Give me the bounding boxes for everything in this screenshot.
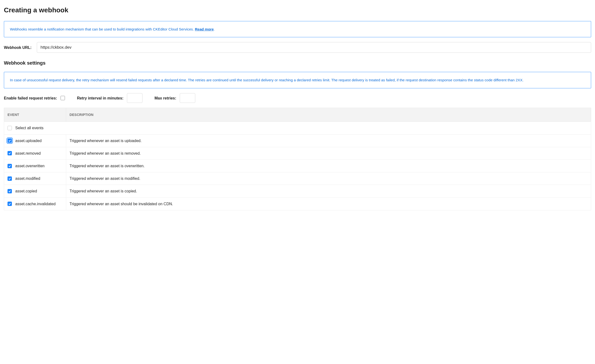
read-more-link[interactable]: Read more — [195, 27, 214, 31]
event-description: Triggered whenever an asset is removed. — [66, 147, 591, 159]
select-all-label: Select all events — [15, 125, 44, 131]
table-row: asset.uploadedTriggered whenever an asse… — [4, 134, 591, 147]
webhook-url-row: Webhook URL: — [4, 42, 591, 53]
max-retries-label: Max retries: — [155, 95, 176, 101]
intro-suffix: . — [214, 27, 215, 31]
event-name: asset.copied — [15, 188, 37, 194]
event-name: asset.cache.invalidated — [15, 201, 55, 207]
event-description: Triggered whenever an asset is modified. — [66, 172, 591, 185]
enable-retries-checkbox[interactable] — [61, 96, 65, 100]
table-row: asset.removedTriggered whenever an asset… — [4, 147, 591, 159]
max-retries-input[interactable] — [180, 93, 195, 103]
event-name: asset.uploaded — [15, 138, 42, 144]
event-checkbox[interactable] — [8, 151, 12, 155]
select-all-checkbox[interactable] — [8, 126, 12, 130]
intro-text: Webhooks resemble a notification mechani… — [10, 27, 195, 31]
event-checkbox[interactable] — [8, 202, 12, 206]
settings-row: Enable failed request retries: Retry int… — [4, 93, 591, 103]
event-checkbox[interactable] — [8, 164, 12, 168]
webhook-url-label: Webhook URL: — [4, 45, 31, 50]
table-row: asset.overwrittenTriggered whenever an a… — [4, 159, 591, 172]
event-checkbox[interactable] — [8, 138, 12, 143]
table-row: asset.copiedTriggered whenever an asset … — [4, 185, 591, 197]
events-table: EVENT DESCRIPTION Select all events asse… — [4, 108, 591, 210]
table-row: asset.cache.invalidatedTriggered wheneve… — [4, 197, 591, 210]
event-name: asset.removed — [15, 151, 41, 156]
webhook-settings-title: Webhook settings — [4, 60, 591, 67]
page-title: Creating a webhook — [4, 5, 591, 15]
table-row: asset.modifiedTriggered whenever an asse… — [4, 172, 591, 185]
settings-info-text: In case of unsuccessful request delivery… — [10, 78, 524, 82]
intro-info-box: Webhooks resemble a notification mechani… — [4, 21, 591, 38]
event-description: Triggered whenever an asset is uploaded. — [66, 134, 591, 147]
webhook-url-input[interactable] — [37, 42, 591, 53]
event-checkbox[interactable] — [8, 176, 12, 181]
select-all-row: Select all events — [4, 122, 591, 134]
event-checkbox[interactable] — [8, 189, 12, 193]
event-description: Triggered whenever an asset should be in… — [66, 197, 591, 210]
event-description: Triggered whenever an asset is overwritt… — [66, 159, 591, 172]
event-description: Triggered whenever an asset is copied. — [66, 185, 591, 197]
retry-interval-label: Retry interval in minutes: — [77, 95, 124, 101]
retry-interval-input[interactable] — [127, 93, 142, 103]
event-name: asset.modified — [15, 176, 40, 181]
events-header-description: DESCRIPTION — [66, 108, 591, 122]
events-header-event: EVENT — [4, 108, 66, 122]
settings-info-box: In case of unsuccessful request delivery… — [4, 72, 591, 88]
enable-retries-label: Enable failed request retries: — [4, 95, 57, 101]
event-name: asset.overwritten — [15, 163, 45, 169]
